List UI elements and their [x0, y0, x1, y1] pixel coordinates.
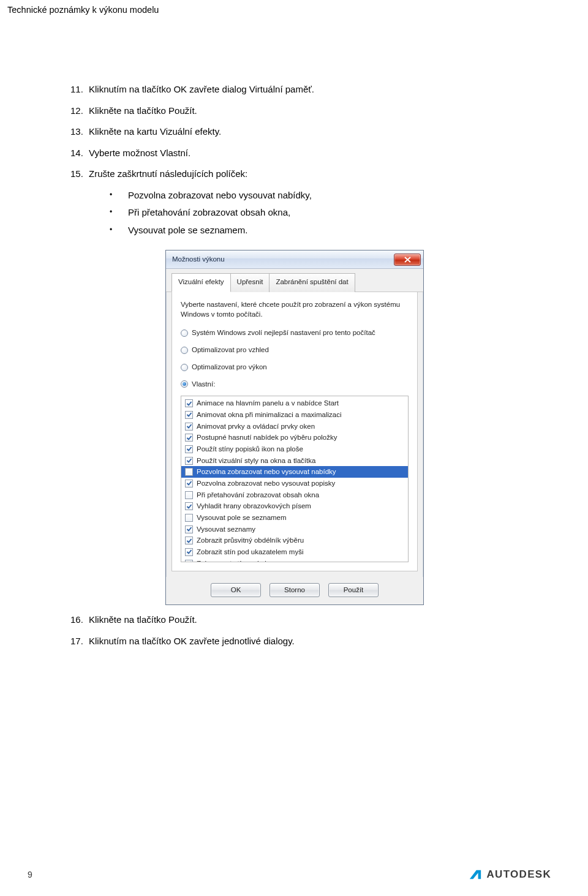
step-text: Klikněte na tlačítko Použít.	[89, 611, 197, 629]
checkbox-icon	[185, 514, 193, 522]
checkbox-icon	[185, 491, 193, 499]
performance-options-dialog: Možnosti výkonu Vizuální efektyUpřesnitZ…	[165, 250, 424, 605]
checkbox-label: Pozvolna zobrazovat nebo vysouvat popisk…	[197, 478, 335, 489]
checkbox-label: Pozvolna zobrazovat nebo vysouvat nabídk…	[197, 467, 336, 477]
radio-label: Optimalizovat pro výkon	[192, 361, 267, 374]
checkbox-icon	[185, 560, 193, 563]
step-text: Kliknutím na tlačítko OK zavřete jednotl…	[89, 633, 295, 650]
step-text: Vyberte možnost Vlastní.	[89, 145, 190, 162]
step-item: 12.Klikněte na tlačítko Použít.	[70, 102, 536, 120]
checkbox-option[interactable]: Vysouvat pole se seznamem	[181, 512, 408, 524]
checkbox-icon	[185, 468, 193, 476]
checkbox-label: Postupné hasnutí nabídek po výběru polož…	[197, 432, 337, 443]
ok-button[interactable]: OK	[211, 583, 261, 597]
radio-icon	[181, 380, 188, 388]
checkbox-label: Animovat prvky a ovládací prvky oken	[197, 421, 315, 432]
page-header: Technické poznámky k výkonu modelu	[0, 0, 588, 15]
checkbox-option[interactable]: Vysouvat seznamy	[181, 524, 408, 535]
step-item: 11.Kliknutím na tlačítko OK zavřete dial…	[70, 81, 536, 99]
tab-strip: Vizuální efektyUpřesnitZabránění spuštěn…	[166, 269, 423, 292]
page-number: 9	[28, 870, 32, 879]
cancel-button[interactable]: Storno	[270, 583, 320, 597]
step-item: 15.Zrušte zaškrtnutí následujících políč…	[70, 165, 536, 183]
checkbox-option[interactable]: Zobrazit průsvitný obdélník výběru	[181, 535, 408, 546]
checkbox-option[interactable]: Zobrazit stín pod ukazatelem myši	[181, 546, 408, 558]
checkbox-icon	[185, 525, 193, 533]
tab-up-esnit[interactable]: Upřesnit	[230, 273, 270, 292]
checkbox-option[interactable]: Animovat okna při minimalizaci a maximal…	[181, 409, 408, 421]
checkbox-option[interactable]: Postupné hasnutí nabídek po výběru polož…	[181, 432, 408, 443]
checkbox-option[interactable]: Použít stíny popisků ikon na ploše	[181, 443, 408, 455]
step-item: 14.Vyberte možnost Vlastní.	[70, 145, 536, 162]
checkbox-option[interactable]: Vyhladit hrany obrazovkových písem	[181, 500, 408, 512]
dialog-screenshot: Možnosti výkonu Vizuální efektyUpřesnitZ…	[165, 250, 536, 605]
checkbox-label: Při přetahování zobrazovat obsah okna	[197, 490, 319, 500]
step-text: Klikněte na kartu Vizuální efekty.	[89, 123, 221, 141]
checkbox-option[interactable]: Zobrazovat stín pod okny	[181, 558, 408, 563]
radio-label: Vlastní:	[192, 378, 215, 391]
checkbox-icon	[185, 445, 193, 453]
autodesk-logo: AUTODESK	[469, 868, 552, 881]
radio-option[interactable]: Vlastní:	[181, 378, 409, 391]
close-button[interactable]	[394, 254, 421, 266]
step-text: Zrušte zaškrtnutí následujících políček:	[89, 165, 247, 183]
step-text: Kliknutím na tlačítko OK zavřete dialog …	[89, 81, 314, 99]
panel-intro-text: Vyberte nastavení, které chcete použít p…	[181, 299, 409, 319]
checkbox-option[interactable]: Animace na hlavním panelu a v nabídce St…	[181, 397, 408, 409]
tab-vizu-ln-efekty[interactable]: Vizuální efekty	[172, 273, 231, 292]
step-item: 17.Kliknutím na tlačítko OK zavřete jedn…	[70, 633, 536, 650]
step-number: 13.	[70, 123, 89, 141]
checkbox-icon	[185, 480, 193, 488]
bullet-item: Vysouvat pole se seznamem.	[110, 222, 536, 239]
checkbox-label: Animovat okna při minimalizaci a maximal…	[197, 410, 341, 420]
step-number: 11.	[70, 81, 89, 99]
dialog-button-bar: OK Storno Použít	[166, 577, 423, 604]
radio-group: Systém Windows zvolí nejlepší nastavení …	[181, 326, 409, 391]
step-number: 12.	[70, 102, 89, 120]
steps-list-b: 16.Klikněte na tlačítko Použít.17.Kliknu…	[70, 611, 536, 650]
checkbox-label: Vyhladit hrany obrazovkových písem	[197, 501, 311, 511]
checkbox-option[interactable]: Při přetahování zobrazovat obsah okna	[181, 489, 408, 501]
tab-zabr-n-n-spu-t-n-dat[interactable]: Zabránění spuštění dat	[269, 273, 355, 292]
checkbox-icon	[185, 548, 193, 556]
bullet-list: Pozvolna zobrazovat nebo vysouvat nabídk…	[110, 187, 536, 239]
step-text: Klikněte na tlačítko Použít.	[89, 102, 197, 120]
checkbox-label: Vysouvat seznamy	[197, 524, 255, 535]
step-item: 16.Klikněte na tlačítko Použít.	[70, 611, 536, 629]
autodesk-icon	[469, 868, 482, 881]
steps-list-a: 11.Kliknutím na tlačítko OK zavřete dial…	[70, 81, 536, 183]
radio-option[interactable]: Optimalizovat pro výkon	[181, 361, 409, 374]
dialog-title: Možnosti výkonu	[172, 253, 225, 266]
radio-label: Optimalizovat pro vzhled	[192, 344, 269, 357]
checkbox-option[interactable]: Animovat prvky a ovládací prvky oken	[181, 421, 408, 432]
bullet-item: Pozvolna zobrazovat nebo vysouvat nabídk…	[110, 187, 536, 205]
checkbox-option[interactable]: Použít vizuální styly na okna a tlačítka	[181, 455, 408, 467]
page-footer: 9 AUTODESK	[0, 868, 588, 881]
radio-icon	[181, 347, 188, 354]
checkbox-label: Použít vizuální styly na okna a tlačítka	[197, 456, 315, 466]
checkbox-option[interactable]: Pozvolna zobrazovat nebo vysouvat popisk…	[181, 478, 408, 489]
radio-option[interactable]: Optimalizovat pro vzhled	[181, 344, 409, 357]
dialog-titlebar: Možnosti výkonu	[166, 250, 423, 269]
checkbox-icon	[185, 502, 193, 510]
tab-panel: Vyberte nastavení, které chcete použít p…	[172, 292, 418, 572]
checkbox-option[interactable]: Pozvolna zobrazovat nebo vysouvat nabídk…	[181, 466, 408, 478]
step-item: 13.Klikněte na kartu Vizuální efekty.	[70, 123, 536, 141]
step-number: 17.	[70, 633, 89, 650]
step-number: 15.	[70, 165, 89, 183]
apply-button[interactable]: Použít	[328, 583, 379, 597]
checkbox-icon	[185, 411, 193, 419]
autodesk-logo-text: AUTODESK	[487, 868, 552, 881]
checkbox-label: Zobrazit průsvitný obdélník výběru	[197, 535, 304, 546]
step-number: 14.	[70, 145, 89, 162]
effects-listbox[interactable]: Animace na hlavním panelu a v nabídce St…	[181, 396, 409, 562]
checkbox-label: Animace na hlavním panelu a v nabídce St…	[197, 398, 339, 408]
radio-option[interactable]: Systém Windows zvolí nejlepší nastavení …	[181, 326, 409, 340]
step-number: 16.	[70, 611, 89, 629]
checkbox-label: Vysouvat pole se seznamem	[197, 513, 287, 523]
radio-icon	[181, 329, 188, 337]
checkbox-icon	[185, 423, 193, 431]
radio-label: Systém Windows zvolí nejlepší nastavení …	[192, 326, 375, 340]
checkbox-label: Zobrazit stín pod ukazatelem myši	[197, 547, 304, 557]
checkbox-icon	[185, 536, 193, 544]
